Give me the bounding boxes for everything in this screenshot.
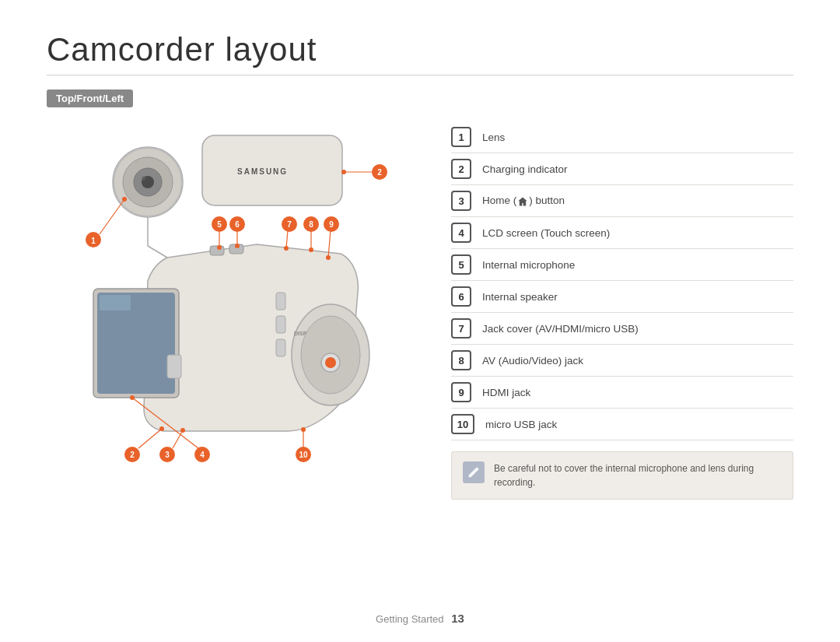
svg-text:8: 8: [309, 220, 313, 229]
svg-rect-22: [276, 293, 285, 310]
note-box: Be careful not to cover the internal mic…: [451, 451, 793, 500]
parts-container: 1Lens2Charging indicator3Home () button4…: [451, 121, 793, 440]
page-title: Camcorder layout: [47, 31, 793, 68]
svg-text:10: 10: [299, 451, 308, 459]
svg-point-55: [180, 428, 185, 433]
parts-list-row: 8AV (Audio/Video) jack: [451, 345, 793, 377]
svg-point-59: [130, 395, 135, 400]
part-number-9: 9: [451, 382, 471, 402]
part-number-3: 3: [451, 191, 471, 211]
svg-point-31: [217, 245, 222, 250]
parts-list-row: 3Home () button: [451, 185, 793, 217]
section-badge: Top/Front/Left: [47, 89, 133, 107]
note-text: Be careful not to cover the internal mic…: [494, 461, 782, 489]
part-number-6: 6: [451, 286, 471, 307]
title-divider: [47, 75, 793, 75]
svg-text:SAMSUNG: SAMSUNG: [237, 167, 288, 176]
svg-point-19: [325, 357, 336, 368]
svg-text:9: 9: [329, 220, 334, 229]
parts-list-row: 1Lens: [451, 121, 793, 153]
part-label-7: Jack cover (AV/HDMI/micro USB): [482, 323, 639, 335]
part-number-2: 2: [451, 159, 471, 179]
svg-rect-15: [167, 355, 181, 378]
parts-list-row: 10micro USB jack: [451, 409, 793, 440]
parts-list-row: 6Internal speaker: [451, 281, 793, 313]
svg-line-50: [138, 429, 162, 448]
camcorder-diagram: SAMSUNG 2: [47, 121, 404, 495]
svg-line-26: [100, 199, 124, 234]
part-number-5: 5: [451, 254, 471, 275]
svg-rect-23: [276, 316, 285, 333]
svg-text:6: 6: [235, 220, 240, 229]
part-number-8: 8: [451, 350, 471, 370]
part-number-4: 4: [451, 223, 471, 243]
part-number-1: 1: [451, 127, 471, 147]
svg-point-51: [159, 426, 164, 431]
page-footer: Getting Started 13: [0, 612, 840, 625]
svg-point-3: [341, 170, 346, 174]
part-label-9: HDMI jack: [482, 387, 530, 398]
parts-list: 1Lens2Charging indicator3Home () button4…: [428, 121, 793, 500]
svg-text:5: 5: [217, 220, 222, 229]
svg-rect-20: [210, 246, 224, 255]
part-label-1: Lens: [482, 132, 505, 143]
note-icon: [463, 461, 485, 483]
svg-text:DISP: DISP: [294, 331, 307, 336]
part-number-10: 10: [451, 414, 474, 434]
main-content: SAMSUNG 2: [47, 121, 793, 500]
svg-point-39: [284, 246, 289, 251]
parts-list-row: 7Jack cover (AV/HDMI/micro USB): [451, 313, 793, 345]
svg-point-63: [301, 427, 306, 432]
pencil-icon: [467, 465, 481, 479]
part-label-4: LCD screen (Touch screen): [482, 227, 610, 239]
footer-text: Getting Started: [376, 613, 443, 625]
parts-list-row: 9HDMI jack: [451, 377, 793, 409]
svg-rect-14: [100, 295, 131, 310]
svg-point-47: [326, 255, 331, 260]
page: Camcorder layout Top/Front/Left SAMSUNG: [0, 0, 840, 642]
svg-text:4: 4: [200, 451, 205, 459]
svg-point-10: [142, 176, 146, 181]
page-number: 13: [451, 612, 464, 625]
part-label-5: Internal microphone: [482, 259, 575, 271]
parts-list-row: 5Internal microphone: [451, 249, 793, 281]
svg-point-35: [235, 244, 240, 248]
svg-text:2: 2: [130, 451, 135, 459]
part-label-3: Home () button: [482, 195, 565, 206]
svg-text:7: 7: [287, 220, 292, 229]
part-label-10: micro USB jack: [485, 419, 557, 430]
svg-text:2: 2: [377, 168, 382, 177]
svg-text:3: 3: [165, 451, 170, 459]
part-label-2: Charging indicator: [482, 163, 568, 175]
svg-line-38: [286, 230, 288, 248]
svg-point-43: [309, 247, 313, 252]
diagram-area: SAMSUNG 2: [47, 121, 428, 500]
svg-rect-24: [276, 339, 285, 356]
part-label-8: AV (Audio/Video) jack: [482, 355, 583, 367]
part-number-7: 7: [451, 318, 471, 339]
svg-point-27: [122, 197, 127, 202]
part-label-6: Internal speaker: [482, 291, 558, 303]
camcorder-svg: SAMSUNG 2: [47, 121, 404, 495]
parts-list-row: 2Charging indicator: [451, 153, 793, 185]
parts-list-row: 4LCD screen (Touch screen): [451, 217, 793, 249]
svg-text:1: 1: [91, 237, 96, 245]
